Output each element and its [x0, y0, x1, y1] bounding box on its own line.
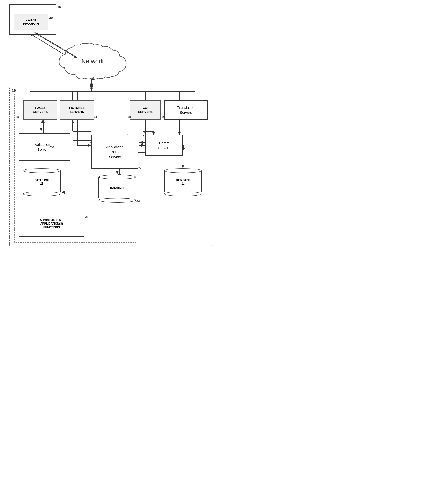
diagram: CLIENT MACHINE CLIENT PROGRAM 32 30 Netw…: [0, 0, 220, 252]
pages-servers-box: PAGES SERVERS: [24, 100, 58, 120]
cgi-servers-label: CGI SERVERS: [138, 106, 153, 114]
app-engine-servers-box: Application Engine Servers: [91, 135, 138, 169]
db27-top: [23, 168, 61, 173]
pictures-servers-label: PICTURES SERVERS: [69, 106, 85, 114]
database-24: DATABASE 24: [164, 168, 202, 199]
comm-servers-box: Comm Servers: [146, 135, 183, 156]
db23-bottom: [98, 198, 136, 203]
comm-servers-label: Comm Servers: [158, 140, 170, 150]
admin-app-label: ADMINISTRATIVE APPLICATION(S) FUNCTIONS: [40, 218, 63, 229]
ref-18: 18: [128, 115, 131, 119]
system-ref: 10: [12, 89, 16, 93]
db27-bottom: [23, 192, 61, 196]
validation-server-ref: 26: [50, 145, 54, 150]
ref-30: 30: [49, 16, 52, 19]
translation-servers-label: Translation Servers: [177, 105, 195, 115]
app-engine-servers-label: Application Engine Servers: [106, 144, 123, 159]
db24-label: DATABASE 24: [176, 179, 190, 185]
network-cloud: Network 34: [56, 42, 129, 82]
validation-server-box: Validation Server 26: [19, 133, 70, 161]
client-program-label: CLIENT PROGRAM: [23, 18, 39, 26]
db24-ref: 24: [176, 182, 190, 185]
db27-ref: 27: [35, 182, 49, 185]
ref-28: 28: [85, 215, 88, 218]
client-program-box: CLIENT PROGRAM: [14, 14, 48, 30]
db27-label: DATABASE 27: [35, 179, 49, 185]
ref-21: 21: [143, 135, 146, 138]
db23-top: [98, 175, 136, 179]
db23-body: DATABASE: [98, 177, 136, 198]
validation-server-label: Validation Server: [35, 142, 50, 152]
ref-23: 23: [136, 199, 140, 203]
admin-app-box: ADMINISTRATIVE APPLICATION(S) FUNCTIONS: [19, 211, 85, 237]
translation-servers-box: Translation Servers: [164, 100, 207, 120]
ref-22: 22: [138, 167, 141, 170]
db24-top: [164, 168, 202, 173]
cgi-servers-box: CGI SERVERS: [130, 100, 161, 120]
pictures-servers-box: PICTURES SERVERS: [60, 100, 94, 120]
svg-text:Network: Network: [81, 58, 104, 65]
ref-12: 12: [16, 115, 19, 119]
ref-20: 20: [162, 115, 165, 119]
db24-bottom: [164, 192, 202, 196]
database-27: DATABASE 27: [23, 168, 61, 199]
ref-32: 32: [58, 5, 61, 9]
database-23: DATABASE: [98, 175, 136, 205]
pages-servers-label: PAGES SERVERS: [33, 106, 48, 114]
svg-text:34: 34: [91, 76, 95, 80]
db24-body: DATABASE 24: [164, 171, 202, 192]
ref-14: 14: [94, 115, 97, 119]
db23-label: DATABASE: [110, 187, 124, 190]
db27-body: DATABASE 27: [23, 171, 61, 192]
